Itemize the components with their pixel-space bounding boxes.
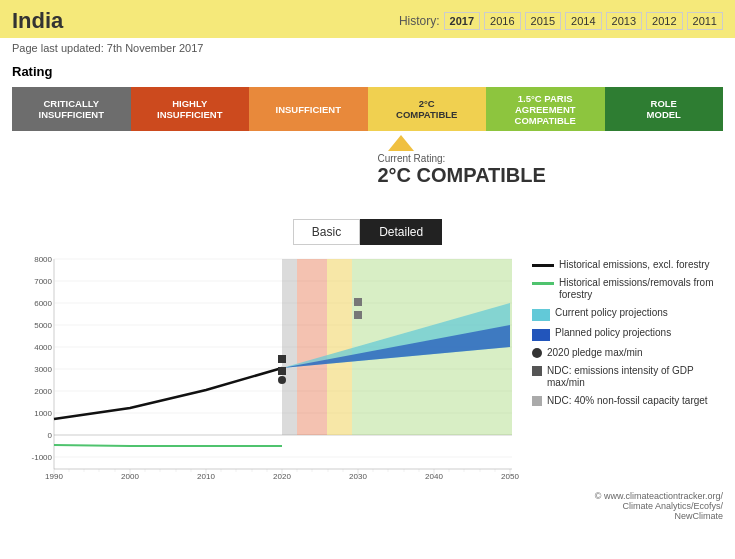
legend-text-historical-excl: Historical emissions, excl. forestry [559,259,710,271]
rating-2c-compatible: 2°CCOMPATIBLE [368,87,487,131]
page-header: India History: 2017 2016 2015 2014 2013 … [0,0,735,38]
legend-2020-pledge: 2020 pledge max/min [532,347,722,359]
legend-historical-forestry: Historical emissions/removals from fores… [532,277,722,301]
legend-ndc-nonfossil: NDC: 40% non-fossil capacity target [532,395,722,407]
legend-planned-policy: Planned policy projections [532,327,722,341]
svg-point-69 [278,376,286,384]
current-rating-label: Current Rating: [378,153,546,164]
rating-arrow [388,135,414,151]
legend-area: Historical emissions, excl. forestry His… [522,249,722,489]
svg-text:2030: 2030 [349,472,367,481]
svg-rect-67 [278,355,286,363]
svg-text:1000: 1000 [34,409,52,418]
svg-text:2040: 2040 [425,472,443,481]
legend-rect-cyan [532,309,550,321]
history-year-2015[interactable]: 2015 [525,12,561,30]
svg-text:2000: 2000 [121,472,139,481]
svg-text:8000: 8000 [34,255,52,264]
legend-text-ndc-nonfossil: NDC: 40% non-fossil capacity target [547,395,708,407]
page-updated: Page last updated: 7th November 2017 [0,38,735,58]
history-year-2014[interactable]: 2014 [565,12,601,30]
legend-current-policy: Current policy projections [532,307,722,321]
legend-historical-excl: Historical emissions, excl. forestry [532,259,722,271]
legend-text-ndc-gdp: NDC: emissions intensity of GDP max/min [547,365,722,389]
chart-area: Emissions (Mt CO₂eq.) 8000 7000 6000 500… [12,249,522,489]
rating-bar: CRITICALLYINSUFFICIENT HIGHLYINSUFFICIEN… [12,87,723,131]
rating-title: Rating [12,64,723,79]
svg-rect-70 [354,298,362,306]
tabs-section: Basic Detailed [0,219,735,245]
rating-insufficient: INSUFFICIENT [249,87,368,131]
legend-text-historical-forestry: Historical emissions/removals from fores… [559,277,722,301]
svg-text:2000: 2000 [34,387,52,396]
history-year-2011[interactable]: 2011 [687,12,723,30]
page-title: India [12,8,63,34]
legend-rect-blue [532,329,550,341]
copyright: © www.climateactiontracker.org/Climate A… [0,491,735,521]
legend-dot-black [532,348,542,358]
legend-square-dark [532,366,542,376]
rating-role-model: ROLEMODEL [605,87,724,131]
legend-text-2020-pledge: 2020 pledge max/min [547,347,643,359]
svg-text:2050: 2050 [501,472,519,481]
svg-text:0: 0 [48,431,53,440]
legend-square-gray [532,396,542,406]
svg-text:2010: 2010 [197,472,215,481]
svg-text:7000: 7000 [34,277,52,286]
tab-detailed[interactable]: Detailed [360,219,442,245]
chart-container: Emissions (Mt CO₂eq.) 8000 7000 6000 500… [0,249,735,489]
history-year-2012[interactable]: 2012 [646,12,682,30]
rating-section: Rating CRITICALLYINSUFFICIENT HIGHLYINSU… [0,58,735,211]
svg-text:2020: 2020 [273,472,291,481]
svg-text:5000: 5000 [34,321,52,330]
svg-rect-68 [278,367,286,375]
chart-svg: Emissions (Mt CO₂eq.) 8000 7000 6000 500… [12,249,522,489]
legend-text-planned-policy: Planned policy projections [555,327,671,339]
svg-text:1990: 1990 [45,472,63,481]
svg-text:-1000: -1000 [32,453,53,462]
rating-critically-insufficient: CRITICALLYINSUFFICIENT [12,87,131,131]
svg-rect-63 [327,259,352,435]
svg-text:6000: 6000 [34,299,52,308]
legend-text-current-policy: Current policy projections [555,307,668,319]
history-year-2013[interactable]: 2013 [606,12,642,30]
legend-line-green [532,282,554,285]
history-section: History: 2017 2016 2015 2014 2013 2012 2… [399,12,723,30]
rating-highly-insufficient: HIGHLYINSUFFICIENT [131,87,250,131]
history-year-2017[interactable]: 2017 [444,12,480,30]
rating-1c5-compatible: 1.5°C PARISAGREEMENTCOMPATIBLE [486,87,605,131]
svg-text:4000: 4000 [34,343,52,352]
svg-text:3000: 3000 [34,365,52,374]
history-label: History: [399,14,440,28]
svg-rect-61 [282,259,297,435]
legend-ndc-gdp: NDC: emissions intensity of GDP max/min [532,365,722,389]
svg-rect-62 [297,259,327,435]
history-year-2016[interactable]: 2016 [484,12,520,30]
svg-rect-71 [354,311,362,319]
tab-basic[interactable]: Basic [293,219,360,245]
current-rating-value: 2°C COMPATIBLE [378,164,546,187]
legend-line-black [532,264,554,267]
